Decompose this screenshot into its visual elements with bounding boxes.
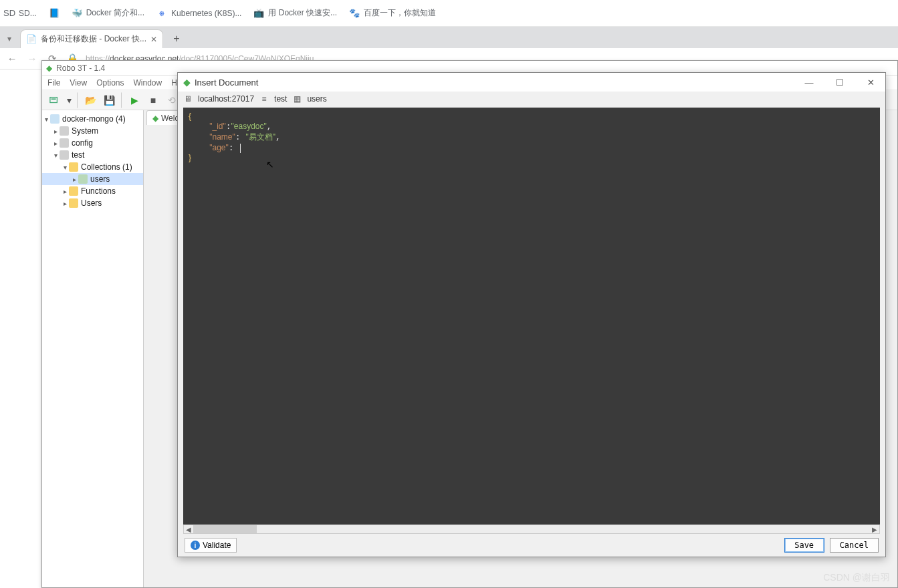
bookmark-item[interactable]: ⎈Kubernetes (K8S)... xyxy=(156,8,241,19)
new-tab-button[interactable]: + xyxy=(167,29,186,48)
minimize-button[interactable]: — xyxy=(800,78,818,88)
context-host: localhost:27017 xyxy=(198,94,254,104)
dialog-title: Insert Document xyxy=(195,78,258,88)
docker-icon: 🐳 xyxy=(72,8,82,19)
validate-button[interactable]: i Validate xyxy=(185,538,237,553)
tree-collection-users[interactable]: ▸users xyxy=(42,173,143,185)
horizontal-scrollbar[interactable]: ◀ ▶ xyxy=(183,525,880,534)
database-icon xyxy=(60,126,69,136)
browser-tab[interactable]: 📄 备份和迁移数据 - Docker 快... ✕ xyxy=(20,29,163,48)
bookmark-item[interactable]: 📘 xyxy=(49,8,60,19)
robo3t-title: Robo 3T - 1.4 xyxy=(56,63,105,73)
baidu-icon: 🐾 xyxy=(349,8,360,19)
info-icon: i xyxy=(191,541,200,550)
connect-button[interactable] xyxy=(46,92,62,108)
stop-button[interactable]: ■ xyxy=(145,92,161,108)
context-collection: users xyxy=(307,94,326,104)
tree-db-test[interactable]: ▾test xyxy=(42,149,143,161)
server-icon: 🖥 xyxy=(183,94,193,104)
maximize-button[interactable]: ☐ xyxy=(830,78,849,88)
tab-favicon: 📄 xyxy=(26,34,37,45)
tab-label: Welc xyxy=(161,114,179,123)
scroll-left-icon[interactable]: ◀ xyxy=(184,526,193,533)
database-icon xyxy=(60,150,69,160)
nav-forward-button[interactable]: → xyxy=(25,53,39,64)
menu-options[interactable]: Options xyxy=(96,78,124,88)
scrollbar-thumb[interactable] xyxy=(193,525,257,533)
collection-icon xyxy=(78,174,88,184)
folder-icon xyxy=(69,162,78,172)
toolbar-separator xyxy=(77,92,78,108)
collection-icon: ▦ xyxy=(292,94,302,104)
database-icon: ≡ xyxy=(259,94,269,104)
tab-title: 备份和迁移数据 - Docker 快... xyxy=(41,33,146,45)
tree-collections[interactable]: ▾Collections (1) xyxy=(42,161,143,173)
close-button[interactable]: ✕ xyxy=(861,78,880,88)
bookmark-item[interactable]: SDSD... xyxy=(4,8,37,19)
bookmark-item[interactable]: 📺用 Docker 快速安... xyxy=(253,7,337,19)
json-editor[interactable]: { "_id":"easydoc", "name": "易文档", "age":… xyxy=(183,108,880,525)
connection-tree[interactable]: ▾docker-mongo (4) ▸System ▸config ▾test … xyxy=(42,110,144,587)
nav-back-button[interactable]: ← xyxy=(5,53,19,64)
robo3t-icon: ◆ xyxy=(152,114,158,123)
tab-strip: ▾ 📄 备份和迁移数据 - Docker 快... ✕ + xyxy=(0,27,898,48)
scrollbar-track[interactable] xyxy=(193,525,870,533)
context-db: test xyxy=(274,94,287,104)
folder-icon xyxy=(69,198,78,208)
tree-functions[interactable]: ▸Functions xyxy=(42,185,143,197)
svg-rect-1 xyxy=(51,98,56,100)
toolbar-separator xyxy=(121,92,122,108)
database-icon xyxy=(60,138,69,148)
watermark-text: CSDN @谢白羽 xyxy=(823,572,890,584)
tree-db-config[interactable]: ▸config xyxy=(42,137,143,149)
scroll-right-icon[interactable]: ▶ xyxy=(870,526,879,533)
tab-back-button[interactable]: ▾ xyxy=(1,29,17,48)
menu-window[interactable]: Window xyxy=(134,78,162,88)
cancel-button[interactable]: Cancel xyxy=(830,538,879,553)
robo3t-icon: ◆ xyxy=(46,63,52,73)
insert-document-dialog: ◆ Insert Document — ☐ ✕ 🖥localhost:27017… xyxy=(177,72,886,557)
dialog-titlebar[interactable]: ◆ Insert Document — ☐ ✕ xyxy=(178,73,885,92)
tree-db-system[interactable]: ▸System xyxy=(42,125,143,137)
save-button[interactable]: Save xyxy=(784,538,824,553)
bookmark-icon: SD xyxy=(4,8,15,19)
dialog-context-bar: 🖥localhost:27017 ≡test ▦users xyxy=(178,92,885,106)
tree-users[interactable]: ▸Users xyxy=(42,197,143,209)
run-button[interactable]: ▶ xyxy=(126,92,142,108)
tv-icon: 📺 xyxy=(253,8,264,19)
open-button[interactable]: 📂 xyxy=(82,92,98,108)
bookmark-item[interactable]: 🐾百度一下，你就知道 xyxy=(349,7,436,19)
bookmark-item[interactable]: 🐳Docker 简介和... xyxy=(72,7,144,19)
bookmarks-bar: SDSD... 📘 🐳Docker 简介和... ⎈Kubernetes (K8… xyxy=(0,0,898,27)
text-cursor xyxy=(240,144,241,153)
dropdown-icon[interactable]: ▾ xyxy=(65,92,73,108)
dialog-footer: i Validate Save Cancel xyxy=(178,534,885,557)
svg-rect-0 xyxy=(50,97,58,102)
connection-icon xyxy=(50,114,60,124)
folder-icon xyxy=(69,186,78,196)
menu-file[interactable]: File xyxy=(47,78,60,88)
k8s-icon: ⎈ xyxy=(156,8,167,19)
close-tab-icon[interactable]: ✕ xyxy=(150,35,157,44)
bookmark-icon: 📘 xyxy=(49,8,60,19)
tree-connection[interactable]: ▾docker-mongo (4) xyxy=(42,113,143,125)
robo3t-icon: ◆ xyxy=(183,77,191,88)
menu-view[interactable]: View xyxy=(70,78,87,88)
save-button[interactable]: 💾 xyxy=(101,92,117,108)
